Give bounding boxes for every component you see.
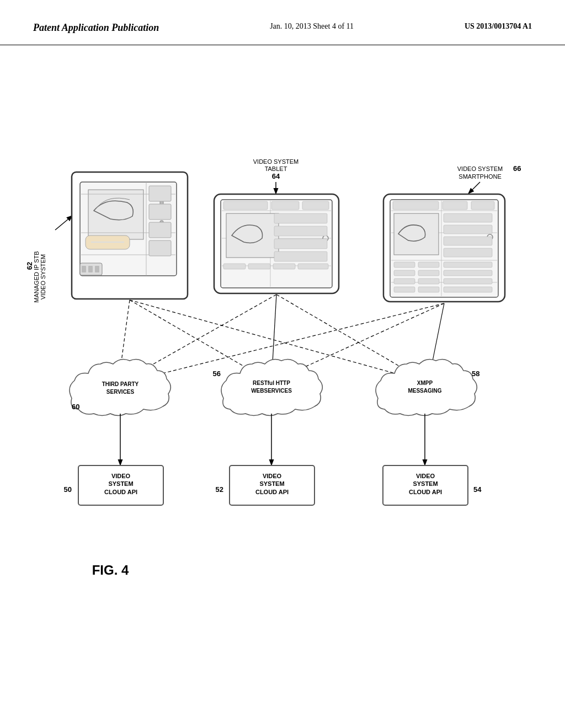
box1-label1: VIDEO <box>111 473 131 479</box>
device3-bthumb10 <box>394 287 415 292</box>
device3-bthumb2 <box>418 262 439 267</box>
cloud1-group: THIRD PARTY SERVICES 60 <box>70 360 170 416</box>
cloud1-label2: SERVICES <box>106 389 135 395</box>
device3-arrow <box>469 182 480 193</box>
device3-label: VIDEO SYSTEM <box>457 165 503 172</box>
device3-tthumb2 <box>443 201 467 210</box>
device1-thumb2 <box>149 204 171 220</box>
cloud3-group: XMPP MESSAGING 58 <box>376 360 479 416</box>
box3-label2: SYSTEM <box>413 480 438 487</box>
device1-thumb3 <box>149 222 171 238</box>
device2-rthumb4 <box>274 251 327 261</box>
device1-btn1 <box>82 266 86 272</box>
device1-content-main <box>88 190 143 239</box>
box3-label3: CLOUD API <box>409 489 442 495</box>
box2-label3: CLOUD API <box>255 489 289 495</box>
box3-number: 54 <box>473 485 482 494</box>
device2-number: 64 <box>272 172 280 180</box>
box2-label1: VIDEO <box>263 473 282 479</box>
device2-thumb-row2 <box>271 201 299 210</box>
device2-label: VIDEO SYSTEM <box>253 158 299 165</box>
cloud3-number: 58 <box>472 370 479 378</box>
sheet-info: Jan. 10, 2013 Sheet 4 of 11 <box>270 22 354 31</box>
device2-bthumb4 <box>298 264 328 269</box>
device3-bthumb5 <box>418 270 439 276</box>
device3-bthumb11 <box>418 287 439 292</box>
cloud2-label1: RESTful HTTP <box>253 380 290 386</box>
device2-bthumb1 <box>223 264 246 269</box>
device1-thumb4 <box>149 240 171 256</box>
device3-main-img <box>394 213 439 255</box>
cloud2-number: 56 <box>213 370 221 378</box>
cloud3-label1: XMPP <box>417 380 433 386</box>
cloud1-shape <box>70 360 170 416</box>
device1-btn3 <box>95 266 99 272</box>
device3-bthumb12 <box>444 287 492 292</box>
device3-bthumb9 <box>444 279 492 284</box>
figure-label: FIG. 4 <box>92 563 129 577</box>
diagram-area: VIDEO SYSTEM MANAGED IP STB 62 <box>0 45 565 696</box>
device2-thumb-row3 <box>302 201 329 210</box>
box3-group: VIDEO SYSTEM CLOUD API 54 <box>383 465 482 505</box>
device2-main-img <box>226 213 279 258</box>
box1-number: 50 <box>64 485 72 494</box>
device3-number: 66 <box>513 164 521 173</box>
publication-title: Patent Application Publication <box>33 22 159 34</box>
device3-bthumb4 <box>394 270 415 276</box>
patent-number: US 2013/0013704 A1 <box>465 22 532 31</box>
device2-label2: TABLET <box>265 165 287 172</box>
device3-bthumb8 <box>418 279 439 284</box>
device3-bthumb6 <box>444 270 492 276</box>
device2-rthumb2 <box>274 226 327 236</box>
device2-rthumb3 <box>274 239 327 249</box>
device3-label2: SMARTPHONE <box>459 173 501 180</box>
device3-bthumb3 <box>444 262 492 267</box>
device3-rthumb2 <box>444 225 492 234</box>
device1-number: 62 <box>25 262 34 270</box>
device1-label2: MANAGED IP STB <box>33 251 40 302</box>
cloud2-label2: WEBSERVICES <box>251 388 292 394</box>
box3-label1: VIDEO <box>416 473 435 479</box>
device3-tthumb1 <box>393 201 439 210</box>
box1-label3: CLOUD API <box>104 489 137 495</box>
cloud1-number: 60 <box>72 403 79 411</box>
box1-label2: SYSTEM <box>108 480 133 487</box>
device3-tthumb3 <box>471 201 494 210</box>
device3-rthumb3 <box>444 237 492 245</box>
device1-btn2 <box>88 266 93 272</box>
device2-thumb-row1 <box>223 201 268 210</box>
cloud2-group: RESTful HTTP WEBSERVICES 56 <box>213 360 323 416</box>
box2-label2: SYSTEM <box>259 480 284 487</box>
device2-bthumb2 <box>248 264 270 269</box>
device3-rthumb4 <box>444 248 492 257</box>
box2-group: VIDEO SYSTEM CLOUD API 52 <box>216 465 315 505</box>
page-header: Patent Application Publication Jan. 10, … <box>0 0 565 45</box>
device2-rthumb1 <box>274 213 327 223</box>
device2-bthumb3 <box>273 264 295 269</box>
device3-bthumb7 <box>394 279 415 284</box>
box1-group: VIDEO SYSTEM CLOUD API 50 <box>64 465 163 505</box>
device1-label: VIDEO SYSTEM <box>40 254 46 300</box>
cloud3-label2: MESSAGING <box>408 388 441 394</box>
device1-arrow <box>55 216 72 230</box>
device3-bthumb1 <box>394 262 415 267</box>
box2-number: 52 <box>216 485 223 494</box>
main-diagram-svg: VIDEO SYSTEM MANAGED IP STB 62 <box>0 45 565 696</box>
device3-rthumb1 <box>444 213 492 222</box>
cloud1-label1: THIRD PARTY <box>102 381 139 387</box>
device1-thumb1 <box>149 186 171 201</box>
